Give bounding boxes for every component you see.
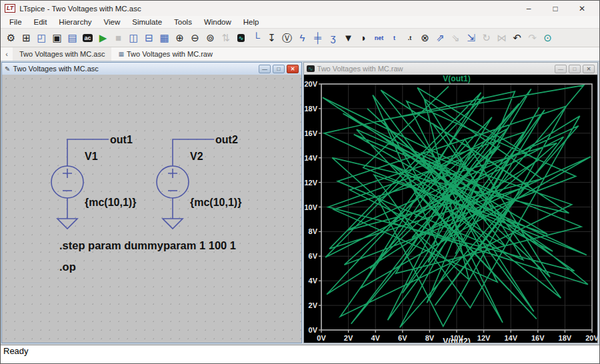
ground-icon[interactable]: ↧	[264, 31, 279, 45]
resistor-icon[interactable]: ϟ	[295, 31, 310, 45]
statusbar: Ready	[1, 345, 599, 363]
halt-icon[interactable]: ■	[111, 31, 126, 45]
zoom-out-icon[interactable]: ⊖	[187, 31, 203, 45]
app-logo-icon: LT	[5, 4, 15, 13]
y-tick-label: 12V	[304, 179, 317, 187]
waveform-viewer-icon[interactable]: ∿	[233, 31, 249, 45]
label-net-icon[interactable]: Ⓥ	[279, 31, 295, 45]
autorange-icon[interactable]: ⇅	[218, 31, 233, 45]
redo-icon[interactable]: ↷	[525, 31, 540, 45]
open-file-icon[interactable]: ◰	[34, 31, 49, 45]
y-tick-label: 0V	[309, 326, 318, 334]
y-tick-label: 16V	[304, 129, 317, 137]
window-title: LTspice - Two Voltages with MC.asc	[19, 5, 141, 13]
search-icon[interactable]: ⊙	[540, 31, 555, 45]
value-label-v2[interactable]: {mc(10,1)}	[190, 197, 241, 208]
close-button[interactable]: ✕	[569, 1, 595, 16]
menu-item-tools[interactable]: Tools	[168, 16, 198, 28]
diode-icon[interactable]: ▼	[341, 31, 356, 45]
run-icon[interactable]: ▶	[95, 31, 111, 45]
delete-icon[interactable]: ⊗	[417, 31, 433, 45]
tab-waveform-label: Two Voltages with MC.raw	[127, 50, 213, 58]
titlebar: LT LTspice - Two Voltages with MC.asc – …	[1, 1, 599, 16]
waveform-window: ∿ Two Voltages with MC.raw — □ ✕ 0V0V2V2…	[303, 62, 598, 343]
y-tick-label: 2V	[309, 301, 318, 309]
x-tick-label: 16V	[531, 334, 545, 342]
menu-item-help[interactable]: Help	[237, 16, 265, 28]
net-name-icon[interactable]: net	[371, 31, 387, 45]
mirror-icon[interactable]: ⋈	[494, 31, 509, 45]
zoom-in-icon[interactable]: ⊕	[172, 31, 187, 45]
x-tick-label: 0V	[317, 334, 326, 342]
schematic-window-titlebar[interactable]: ✎ Two Voltages with MC.asc — □ ✕	[2, 63, 301, 75]
ref-label-v2[interactable]: V2	[190, 151, 203, 162]
edit-simulation-icon[interactable]: ac	[80, 31, 95, 45]
spice-directive-step[interactable]: .step param dummyparam 1 100 1	[59, 239, 236, 251]
tab-schematic[interactable]: Two Voltages with MC.asc	[13, 47, 111, 61]
net-label-out1[interactable]: out1	[110, 134, 133, 145]
x-tick-label: 4V	[371, 334, 380, 342]
menu-item-hierarchy[interactable]: Hierarchy	[53, 16, 97, 28]
inductor-icon[interactable]: ʒ	[325, 31, 341, 45]
waveform-restore-button[interactable]: □	[569, 65, 581, 73]
cascade-windows-icon[interactable]: ▦	[157, 31, 172, 45]
schematic-minimize-button[interactable]: —	[259, 65, 271, 73]
capacitor-icon[interactable]: ╪	[310, 31, 325, 45]
menu-item-view[interactable]: View	[98, 16, 127, 28]
y-tick-label: 6V	[309, 252, 318, 260]
waveform-plot[interactable]: 0V0V2V2V4V4V6V6V8V8V10V10V12V12V14V14V16…	[304, 75, 597, 343]
voltage-source-v2[interactable]	[157, 139, 214, 229]
waveform-window-title: Two Voltages with MC.raw	[317, 65, 403, 73]
menu-item-file[interactable]: File	[3, 16, 28, 28]
new-schematic-icon[interactable]: ⊞	[19, 31, 34, 45]
schematic-close-button[interactable]: ✕	[287, 65, 299, 73]
draw-wire-icon[interactable]: └	[249, 31, 264, 45]
waveform-window-titlebar[interactable]: ∿ Two Voltages with MC.raw — □ ✕	[304, 63, 597, 75]
undo-icon[interactable]: ↶	[509, 31, 525, 45]
menu-item-simulate[interactable]: Simulate	[126, 16, 168, 28]
settings-icon[interactable]: ⚙	[3, 31, 19, 45]
spice-directive-op[interactable]: .op	[59, 261, 76, 273]
x-tick-label: 8V	[425, 334, 435, 342]
zoom-full-extents-icon[interactable]: ⊚	[203, 31, 218, 45]
mdi-area: ✎ Two Voltages with MC.asc — □ ✕	[1, 61, 599, 345]
waveform-minimize-button[interactable]: —	[555, 65, 567, 73]
rotate-icon[interactable]: ↻	[479, 31, 494, 45]
tab-waveform[interactable]: ▦ Two Voltages with MC.raw	[111, 47, 219, 61]
minimize-button[interactable]: –	[515, 1, 542, 16]
menubar: FileEditHierarchyViewSimulateToolsWindow…	[1, 16, 599, 28]
y-tick-label: 4V	[309, 277, 318, 285]
waveform-doc-icon: ∿	[307, 65, 315, 72]
y-tick-label: 14V	[304, 154, 317, 162]
stretch-wires-icon[interactable]: ⇲	[463, 31, 479, 45]
toolbar: ⚙⊞◰▣▤ac▶■◫⊟▦⊕⊖⊚⇅∿└↧Ⓥϟ╪ʒ▼◗nett.t⊗⇗⇘⇲↻⋈↶↷⊙	[1, 28, 599, 47]
print-icon[interactable]: ▤	[65, 31, 80, 45]
ref-label-v1[interactable]: V1	[85, 151, 98, 162]
schematic-canvas[interactable]: out1 V1 {mc(10,1)} out2 V2 {mc(10,1)}	[2, 75, 301, 343]
y-tick-label: 18V	[304, 105, 317, 113]
voltage-source-v1[interactable]	[51, 139, 109, 229]
waveform-close-button[interactable]: ✕	[583, 65, 595, 73]
menu-item-window[interactable]: Window	[198, 16, 237, 28]
tile-vertical-icon[interactable]: ◫	[126, 31, 141, 45]
schematic-window-title: Two Voltages with MC.asc	[13, 65, 98, 73]
x-tick-label: 6V	[398, 334, 407, 342]
value-label-v1[interactable]: {mc(10,1)}	[85, 197, 136, 208]
text-icon[interactable]: t	[387, 31, 402, 45]
component-icon[interactable]: ◗	[356, 31, 371, 45]
schematic-restore-button[interactable]: □	[273, 65, 285, 73]
save-icon[interactable]: ▣	[49, 31, 65, 45]
tile-horizontal-icon[interactable]: ⊟	[141, 31, 157, 45]
x-tick-label: 14V	[504, 334, 517, 342]
trace-legend-vout1[interactable]: V(out1)	[443, 75, 470, 83]
spice-directive-icon[interactable]: .t	[402, 31, 417, 45]
maximize-button[interactable]: □	[542, 1, 569, 16]
tab-back-chevron[interactable]: ‹	[1, 50, 13, 58]
waveform-tab-icon: ▦	[118, 51, 124, 57]
ground-symbol	[57, 198, 77, 229]
y-tick-label: 20V	[304, 80, 317, 88]
net-label-out2[interactable]: out2	[215, 134, 238, 145]
move-icon[interactable]: ⇗	[433, 31, 448, 45]
drag-icon[interactable]: ⇘	[448, 31, 463, 45]
menu-item-edit[interactable]: Edit	[28, 16, 53, 28]
